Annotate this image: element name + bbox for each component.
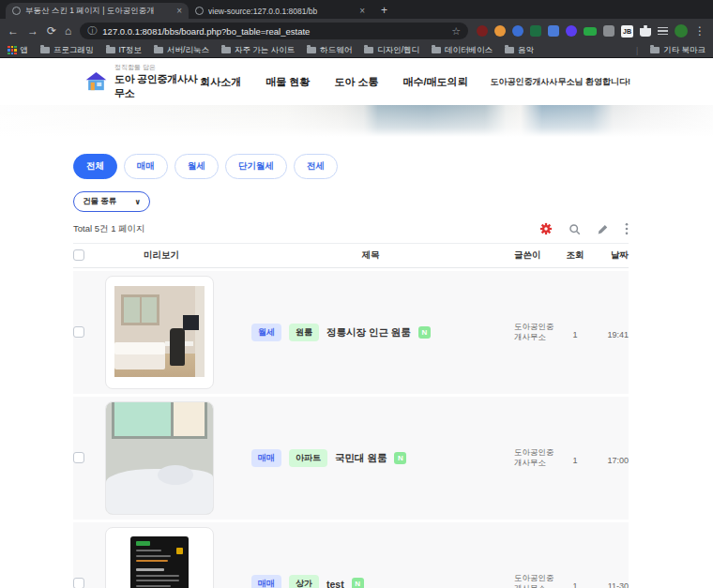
address-bar[interactable]: ⓘ 127.0.0.1:8081/bbs/board.php?bo_table=… [80, 23, 468, 39]
extension-blue-sphere-icon[interactable] [512, 25, 523, 37]
browser-menu-icon[interactable]: ⋮ [694, 24, 705, 38]
folder-icon [221, 47, 231, 53]
listing-title-link[interactable]: test [326, 579, 344, 588]
listing-thumbnail[interactable] [105, 527, 214, 588]
row-checkbox[interactable] [73, 578, 84, 588]
tab-close-icon[interactable]: × [176, 6, 182, 16]
url-text[interactable]: 127.0.0.1:8081/bbs/board.php?bo_table=re… [102, 26, 446, 37]
bookmark-label: 자주 가는 사이트 [235, 45, 295, 56]
screenshot-photo [114, 536, 205, 588]
bookmark-folder-itinfo[interactable]: IT정보 [106, 45, 143, 56]
row-checkbox[interactable] [73, 452, 84, 463]
site-info-icon[interactable]: ⓘ [87, 24, 97, 38]
folder-icon [432, 47, 441, 53]
total-count-text: Total 5건 1 페이지 [73, 223, 145, 235]
building-type-label: 건물 종류 [83, 196, 116, 207]
author-name: 도아공인중개사무소 [514, 322, 561, 343]
filter-all[interactable]: 전체 [73, 154, 117, 179]
profile-avatar[interactable] [675, 24, 688, 38]
header-date: 날짜 [587, 249, 629, 262]
extension-purple-icon[interactable] [566, 25, 577, 37]
board-content: 전체 매매 월세 단기월세 전세 건물 종류 ∨ Total 5건 1 페이지 [73, 154, 629, 588]
extension-orange-icon[interactable] [494, 25, 506, 37]
header-author: 글쓴이 [514, 249, 563, 262]
bookmark-star-icon[interactable]: ☆ [451, 25, 461, 38]
nav-community[interactable]: 도아 소통 [334, 75, 378, 89]
reload-icon[interactable]: ⟳ [47, 25, 56, 37]
deal-type-tag: 매매 [251, 449, 281, 467]
extension-translate-icon[interactable] [548, 25, 559, 37]
hero-image [0, 105, 713, 137]
deal-type-tag: 월세 [251, 324, 281, 341]
table-header: 미리보기 제목 글쓴이 조회 날짜 [73, 244, 629, 268]
new-badge: N [418, 326, 431, 339]
header-preview: 미리보기 [96, 249, 227, 262]
bookmark-folder-programming[interactable]: 프로그래밍 [40, 45, 94, 56]
folder-icon [307, 47, 316, 53]
bookmark-folder-database[interactable]: 데이터베이스 [432, 45, 493, 56]
new-badge: N [394, 452, 406, 464]
view-count: 1 [572, 456, 577, 465]
listing-title-link[interactable]: 국민대 원룸 [335, 452, 387, 465]
playlist-icon[interactable] [658, 27, 668, 36]
select-all-checkbox[interactable] [73, 249, 84, 261]
view-count: 1 [572, 330, 577, 339]
bookmarks-separator: | [636, 46, 638, 55]
author-name: 도아공인중개사무소 [514, 573, 561, 588]
filter-jeonse[interactable]: 전세 [294, 154, 338, 179]
listing-thumbnail[interactable] [105, 401, 214, 515]
building-type-tag: 아파트 [289, 449, 327, 467]
site-logo[interactable]: 정직함을 담은 도아 공인중개사사무소 [84, 63, 200, 100]
main-nav: 회사소개 매물 현황 도아 소통 매수/매도의뢰 [200, 75, 467, 89]
bookmark-apps[interactable]: 앱 [8, 45, 28, 56]
home-icon[interactable]: ⌂ [65, 25, 71, 37]
new-tab-button[interactable]: + [381, 4, 387, 19]
extension-green-badge-icon[interactable] [584, 27, 597, 36]
room-photo [114, 286, 205, 377]
listing-title-link[interactable]: 정릉시장 인근 원룸 [326, 326, 411, 339]
nav-listings[interactable]: 매물 현황 [265, 75, 310, 89]
filter-short-term-rent[interactable]: 단기월세 [225, 154, 287, 179]
header-title: 제목 [227, 249, 514, 262]
forward-icon[interactable]: → [27, 25, 38, 37]
tab-close-icon[interactable]: × [359, 6, 365, 16]
folder-icon [40, 47, 50, 53]
site-name: 도아 공인중개사사무소 [114, 72, 200, 100]
site-header: 정직함을 담은 도아 공인중개사사무소 회사소개 매물 현황 도아 소통 매수/… [0, 58, 713, 105]
row-checkbox[interactable] [73, 326, 84, 338]
new-badge: N [352, 578, 364, 588]
extension-camera-icon[interactable] [603, 25, 614, 37]
listing-thumbnail[interactable] [105, 276, 214, 389]
bookmark-folder-hardware[interactable]: 하드웨어 [307, 45, 352, 56]
search-icon[interactable] [569, 223, 581, 235]
extensions-puzzle-icon[interactable] [640, 25, 651, 37]
write-pencil-icon[interactable] [597, 223, 609, 235]
back-icon[interactable]: ← [8, 25, 19, 37]
nav-buy-sell-request[interactable]: 매수/매도의뢰 [402, 75, 467, 89]
other-bookmarks[interactable]: 기타 북마크 [650, 45, 705, 56]
filter-monthly-rent[interactable]: 월세 [174, 154, 219, 179]
bookmark-label: 데이터베이스 [445, 45, 493, 56]
filter-sale[interactable]: 매매 [124, 154, 168, 179]
deal-type-tag: 매매 [251, 575, 281, 588]
browser-toolbar: ← → ⟳ ⌂ ⓘ 127.0.0.1:8081/bbs/board.php?b… [0, 19, 713, 43]
extension-green-s-icon[interactable] [530, 25, 541, 37]
browser-tab-viewsource[interactable]: view-source:127.0.0.1:8081/bb × [189, 3, 372, 19]
extension-red-icon[interactable] [477, 25, 488, 37]
bookmark-label: 디자인/웹디 [377, 45, 419, 56]
admin-gear-icon[interactable] [539, 222, 553, 235]
bookmark-folder-server-linux[interactable]: 서버/리눅스 [154, 45, 209, 56]
extension-jb-icon[interactable]: JB [621, 25, 633, 38]
deal-type-filters: 전체 매매 월세 단기월세 전세 [73, 154, 629, 179]
folder-icon [154, 47, 163, 53]
nav-company[interactable]: 회사소개 [200, 75, 241, 89]
folder-icon [650, 47, 660, 53]
bookmark-folder-design[interactable]: 디자인/웹디 [364, 45, 419, 56]
browser-tab-active[interactable]: 부동산 스킨 1 페이지 | 도아공인중개 × [6, 3, 189, 19]
more-options-icon[interactable] [625, 222, 629, 235]
bookmark-folder-music[interactable]: 음악 [505, 45, 534, 56]
bookmark-label: 앱 [21, 45, 29, 56]
building-type-select[interactable]: 건물 종류 ∨ [73, 191, 150, 212]
folder-icon [505, 47, 514, 53]
bookmark-folder-frequent-sites[interactable]: 자주 가는 사이트 [221, 45, 295, 56]
